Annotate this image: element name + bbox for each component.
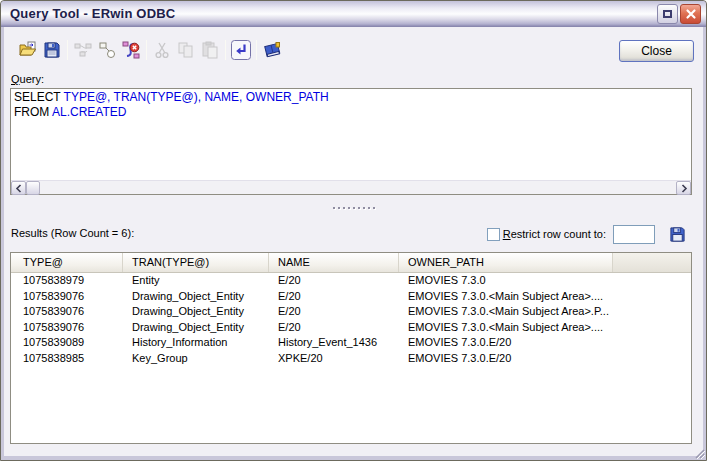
dialog-content: Close Query: SELECT TYPE@, TRAN(TYPE@), … (4, 27, 703, 456)
column-header[interactable]: TRAN(TYPE@) (123, 253, 269, 272)
delete-object-button[interactable] (119, 38, 143, 62)
toolbar-separator (225, 40, 226, 60)
table-cell: E/20 (269, 304, 399, 320)
table-cell: 1075839076 (11, 289, 123, 305)
execute-query-button[interactable] (229, 38, 253, 62)
results-header: TYPE@TRAN(TYPE@)NAMEOWNER_PATH (11, 253, 691, 273)
paste-icon (201, 41, 219, 59)
query-horizontal-scrollbar[interactable] (11, 180, 691, 194)
query-token-identifier: AL.CREATED (52, 105, 126, 119)
table-cell: Drawing_Object_Entity (123, 304, 269, 320)
table-cell: Drawing_Object_Entity (123, 320, 269, 336)
column-header[interactable]: NAME (269, 253, 399, 272)
scroll-left-button[interactable] (11, 181, 26, 195)
table-cell: E/20 (269, 289, 399, 305)
window-title: Query Tool - ERwin ODBC (10, 6, 655, 21)
table-cell-filler (613, 289, 691, 305)
column-header[interactable]: OWNER_PATH (399, 253, 613, 272)
table-cell: Drawing_Object_Entity (123, 289, 269, 305)
table-cell-filler (613, 273, 691, 289)
query-token-identifier: TYPE@, TRAN(TYPE@), NAME, OWNER_PATH (64, 90, 329, 104)
table-cell: EMOVIES 7.3.0.<Main Subject Area>.... (399, 289, 613, 305)
table-cell: History_Information (123, 335, 269, 351)
title-bar: Query Tool - ERwin ODBC (1, 1, 706, 27)
objects-icon (98, 41, 116, 59)
diagram-icon (74, 41, 92, 59)
object-browse-button[interactable] (95, 38, 119, 62)
cut-icon (153, 41, 171, 59)
table-cell-filler (613, 304, 691, 320)
query-token-keyword: FROM (14, 105, 52, 119)
toolbar (16, 37, 284, 63)
results-label: Results (Row Count = 6): (11, 227, 134, 239)
save-icon (43, 41, 61, 59)
copy-icon (177, 41, 195, 59)
query-label: Query: (11, 73, 44, 85)
splitter-handle[interactable] (4, 203, 703, 212)
table-row[interactable]: 1075839076Drawing_Object_EntityE/20EMOVI… (11, 320, 691, 336)
table-cell: EMOVIES 7.3.0 (399, 273, 613, 289)
toolbar-separator (67, 40, 68, 60)
table-cell: E/20 (269, 320, 399, 336)
close-window-button[interactable] (680, 4, 701, 24)
query-tool-window: Query Tool - ERwin ODBC (0, 0, 707, 461)
resize-grip[interactable] (692, 446, 706, 460)
scrollbar-thumb[interactable] (26, 181, 40, 195)
scroll-left-icon (15, 184, 23, 193)
close-button[interactable]: Close (619, 40, 694, 62)
restrict-row-count-input[interactable] (613, 225, 655, 244)
table-row[interactable]: 1075839076Drawing_Object_EntityE/20EMOVI… (11, 289, 691, 305)
paste-button[interactable] (198, 38, 222, 62)
restrict-row-count-label: Restrict row count to: (503, 228, 606, 240)
diagram-browse-button[interactable] (71, 38, 95, 62)
table-cell: EMOVIES 7.3.0.<Main Subject Area>.... (399, 320, 613, 336)
table-cell: EMOVIES 7.3.0.<Main Subject Area>.P... (399, 304, 613, 320)
table-cell: 1075839076 (11, 304, 123, 320)
query-token-keyword: SELECT (14, 90, 64, 104)
column-header-filler (613, 253, 691, 272)
copy-button[interactable] (174, 38, 198, 62)
table-cell: E/20 (269, 273, 399, 289)
table-cell: 1075838979 (11, 273, 123, 289)
save-query-button[interactable] (40, 38, 64, 62)
cut-button[interactable] (150, 38, 174, 62)
table-cell: 1075839089 (11, 335, 123, 351)
results-table: TYPE@TRAN(TYPE@)NAMEOWNER_PATH 107583897… (10, 252, 692, 444)
table-row[interactable]: 1075838979EntityE/20EMOVIES 7.3.0 (11, 273, 691, 289)
execute-enter-icon (231, 40, 251, 60)
close-icon (685, 8, 697, 20)
maximize-button[interactable] (657, 4, 678, 24)
column-header[interactable]: TYPE@ (11, 253, 123, 272)
table-row[interactable]: 1075839076Drawing_Object_EntityE/20EMOVI… (11, 304, 691, 320)
table-cell-filler (613, 335, 691, 351)
help-book-icon (263, 41, 282, 60)
table-cell: XPKE/20 (269, 351, 399, 367)
table-cell-filler (613, 320, 691, 336)
table-cell: History_Event_1436 (269, 335, 399, 351)
restrict-row-count-checkbox[interactable] (487, 228, 500, 241)
delete-diagram-icon (122, 41, 140, 59)
save-results-icon[interactable] (669, 226, 686, 243)
table-cell-filler (613, 351, 691, 367)
query-content[interactable]: SELECT TYPE@, TRAN(TYPE@), NAME, OWNER_P… (14, 90, 690, 179)
table-cell: 1075838985 (11, 351, 123, 367)
scroll-right-button[interactable] (676, 181, 691, 195)
splitter-grip-dots (333, 207, 375, 209)
restrict-row-count-cluster: Restrict row count to: (487, 223, 686, 245)
scrollbar-track[interactable] (40, 181, 676, 194)
table-row[interactable]: 1075838985Key_GroupXPKE/20EMOVIES 7.3.0.… (11, 351, 691, 367)
results-body: 1075838979EntityE/20EMOVIES 7.3.01075839… (11, 273, 691, 366)
toolbar-separator (256, 40, 257, 60)
open-query-button[interactable] (16, 38, 40, 62)
query-editor[interactable]: SELECT TYPE@, TRAN(TYPE@), NAME, OWNER_P… (10, 88, 692, 195)
scroll-right-icon (680, 184, 688, 193)
table-row[interactable]: 1075839089History_InformationHistory_Eve… (11, 335, 691, 351)
table-cell: EMOVIES 7.3.0.E/20 (399, 335, 613, 351)
table-cell: 1075839076 (11, 320, 123, 336)
table-cell: EMOVIES 7.3.0.E/20 (399, 351, 613, 367)
table-cell: Entity (123, 273, 269, 289)
help-button[interactable] (260, 38, 284, 62)
toolbar-separator (146, 40, 147, 60)
table-cell: Key_Group (123, 351, 269, 367)
maximize-icon (663, 10, 672, 18)
